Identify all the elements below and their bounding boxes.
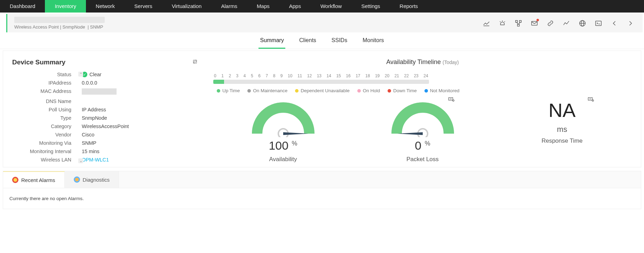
timeline-tick: 20 [385,73,389,78]
availability-label: Availability [250,156,316,163]
responsetime-config-icon[interactable] [588,97,594,103]
timeline-tick: 19 [375,73,380,78]
tab-monitors[interactable]: Monitors [361,37,385,49]
legend-dot-icon [357,89,361,93]
timeline-tick: 24 [423,73,428,78]
device-header: Wireless Access Point | SnmpNode | SNMP [6,14,643,32]
nav-reports[interactable]: Reports [390,0,428,13]
tab-summary[interactable]: Summary [259,37,285,49]
svg-rect-8 [532,21,538,25]
packetloss-value: 0 [415,139,421,152]
value-type: SnmpNode [82,115,198,121]
value-moninterval: 15 mins [82,149,198,154]
timeline-tick: 5 [251,73,253,78]
next-icon[interactable] [627,19,634,27]
packetloss-unit: % [425,140,430,147]
scroll-up-icon[interactable]: ⌃ [78,72,83,77]
header-toolbar [483,19,634,27]
timeline-tick: 13 [317,73,321,78]
globe-icon[interactable] [579,19,586,27]
label-ipaddress: IPAddress [12,80,71,86]
label-monvia: Monitoring Via [12,140,71,146]
breadcrumb-subtype: Wireless Access Point [14,24,59,30]
svg-line-7 [518,22,520,24]
timeline-tick: 8 [273,73,276,78]
timeline-tick: 4 [244,73,246,78]
packetloss-label: Packet Loss [390,156,456,163]
value-category: WirelessAccessPoint [82,124,198,129]
topology-icon[interactable] [515,19,522,27]
nav-inventory[interactable]: Inventory [45,0,86,13]
legend-item: On Maintenance [247,88,287,93]
timeline-tick: 1 [221,73,224,78]
availability-range: (Today) [443,60,459,65]
timeline-bar [213,80,429,84]
legend-item: Not Monitored [424,88,460,93]
bottom-section: Recent Alarms Diagnostics Currently ther… [3,171,641,209]
nav-maps[interactable]: Maps [247,0,279,13]
alarm-icon[interactable] [499,19,506,27]
nav-dashboard[interactable]: Dashboard [0,0,45,13]
nav-workflow[interactable]: Workflow [311,0,351,13]
label-dns: DNS Name [12,98,71,104]
svg-point-19 [452,100,454,102]
timeline-tick: 10 [288,73,292,78]
nav-apps[interactable]: Apps [279,0,311,13]
nav-virtualization[interactable]: Virtualization [162,0,212,13]
gauge-responsetime: NA ms Response Time [529,99,595,144]
link-icon[interactable] [547,19,554,27]
value-wlc: OPM-WLC1 [82,157,198,163]
availability-title: Availability Timeline [386,58,441,65]
device-summary-table: Status ✓Clear IPAddress 0.0.0.0 MAC Addr… [12,72,198,163]
packetloss-config-icon[interactable] [448,97,454,103]
gauge-availability: 100 % Availability [250,99,316,163]
nav-servers[interactable]: Servers [125,0,162,13]
svg-rect-12 [596,21,602,25]
value-pollusing: IP Address [82,107,198,112]
edit-icon[interactable] [192,59,198,66]
tab-clients[interactable]: Clients [298,37,318,49]
gauge-packetloss: 0 % Packet Loss [390,99,456,163]
device-name-redacted [14,17,105,23]
label-moninterval: Monitoring Interval [12,149,71,154]
value-monvia: SNMP [82,140,198,146]
legend-dot-icon [247,89,251,93]
svg-rect-3 [516,20,518,22]
tab-diagnostics[interactable]: Diagnostics [65,171,119,188]
svg-line-2 [504,21,505,22]
value-dns [82,98,198,104]
label-wlc: Wireless LAN [12,157,71,163]
timeline-tick: 16 [346,73,350,78]
timeline-tick: 2 [229,73,231,78]
diagnostics-icon [74,176,80,183]
mail-icon[interactable] [531,19,538,27]
timeline-segment [213,80,224,84]
timeline-tick: 18 [365,73,370,78]
svg-point-24 [592,100,594,102]
prev-icon[interactable] [611,19,618,27]
nav-alarms[interactable]: Alarms [211,0,247,13]
device-summary-title: Device Summary [12,58,65,66]
nav-network[interactable]: Network [86,0,125,13]
timeline-tick: 7 [265,73,268,78]
timeline-tick: 21 [395,73,399,78]
timeline-tick: 11 [297,73,302,78]
legend-dot-icon [295,89,299,93]
tab-ssids[interactable]: SSIDs [330,37,349,49]
top-nav: Dashboard Inventory Network Servers Virt… [0,0,644,13]
alarms-empty-text: Currently there are no open Alarms. [3,188,641,209]
chart-icon[interactable] [483,19,490,27]
graph-icon[interactable] [563,19,570,27]
scroll-down-icon[interactable]: ⌄ [78,158,83,163]
nav-settings[interactable]: Settings [351,0,390,13]
tab-recent-alarms[interactable]: Recent Alarms [3,171,65,188]
wlc-link[interactable]: OPM-WLC1 [82,157,109,163]
timeline-legend: Up TimeOn MaintenanceDependent Unavailab… [217,88,632,93]
label-mac: MAC Address [12,88,71,96]
timeline-tick: 15 [336,73,341,78]
responsetime-value: NA [529,99,595,121]
label-pollusing: Poll Using [12,107,71,112]
legend-dot-icon [217,89,220,93]
terminal-icon[interactable] [595,19,602,27]
svg-rect-4 [519,20,522,22]
